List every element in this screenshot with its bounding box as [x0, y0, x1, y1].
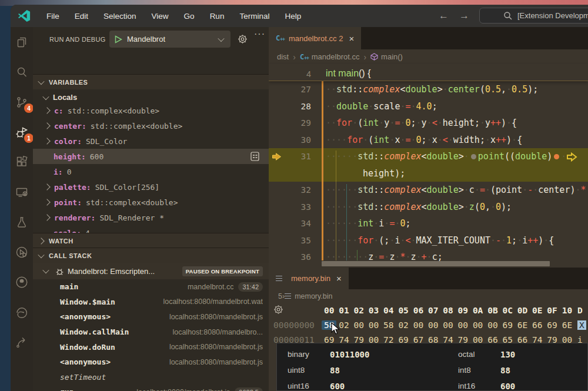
call-stack-section-header[interactable]: CALL STACK — [33, 248, 269, 263]
hex-byte[interactable]: 00 — [352, 320, 366, 330]
hex-byte[interactable]: 69 — [544, 320, 559, 330]
hex-grid[interactable]: 000102030405060708090A0B0C0D0E0F10D00000… — [269, 303, 588, 347]
menu-file[interactable]: File — [39, 9, 67, 23]
menu-view[interactable]: View — [144, 9, 176, 23]
live-share-icon — [15, 245, 29, 259]
debug-gear-icon[interactable] — [238, 34, 248, 44]
breadcrumb-item-main[interactable]: main() — [381, 52, 403, 61]
variable-row-height[interactable]: height:600 — [33, 149, 269, 164]
hex-column-header: 0E — [530, 306, 544, 315]
menu-edit[interactable]: Edit — [67, 9, 96, 23]
stack-frame-row[interactable]: runlocalhost:8080/mandelbrot.js9622:5 — [33, 385, 269, 391]
activity-item-edge[interactable] — [14, 304, 30, 320]
stack-frame-row[interactable]: Window.callMainlocalhost:8080/mandelbro.… — [33, 325, 269, 340]
activity-item-share[interactable] — [14, 334, 30, 350]
activity-item-run-debug[interactable]: 1 — [14, 124, 30, 141]
variable-row-c[interactable]: c:std::complex<double> — [33, 103, 269, 118]
stack-frame-row[interactable]: <anonymous>localhost:8080/mandelbrot.js — [33, 309, 269, 325]
hex-byte[interactable]: 00 — [411, 320, 426, 330]
activity-item-files[interactable] — [14, 34, 30, 51]
menu-terminal[interactable]: Terminal — [232, 9, 277, 23]
variables-section-header[interactable]: VARIABLES — [33, 74, 269, 89]
menu-run[interactable]: Run — [202, 9, 232, 23]
menu-go[interactable]: Go — [176, 9, 202, 23]
breadcrumb-item[interactable]: 5 — [278, 292, 282, 300]
stack-frame-row[interactable]: <anonymous>localhost:8080/mandelbrot.js — [33, 355, 269, 370]
binary-view-icon[interactable] — [250, 152, 259, 163]
decoded-text: X — [577, 320, 586, 330]
start-debug-icon[interactable] — [115, 35, 122, 44]
hex-byte[interactable]: 66 — [530, 320, 544, 330]
hex-byte[interactable]: 00 — [426, 320, 440, 330]
code-token: double — [405, 84, 437, 95]
variable-row-scale[interactable]: scale:4 — [33, 225, 269, 233]
breadcrumb-item[interactable]: memory.bin — [295, 292, 332, 300]
hex-byte[interactable]: 69 — [500, 320, 515, 330]
hex-byte[interactable]: 6E — [515, 320, 530, 330]
hex-byte[interactable]: 00 — [470, 320, 485, 330]
hex-byte[interactable]: 58 — [381, 320, 396, 330]
debug-session-row[interactable]: Mandelbrot: Emscripten... PAUSED ON BREA… — [33, 263, 269, 279]
sticky-scroll-line[interactable]: 4int main() { — [269, 64, 588, 81]
tab-mandelbrot[interactable]: C++ mandelbrot.cc 2 × — [269, 27, 361, 49]
command-center-search[interactable]: [Extension Developme — [479, 8, 588, 24]
hex-header-row: 000102030405060708090A0B0C0D0E0F10D — [269, 303, 588, 318]
variable-row-i[interactable]: i:0 — [33, 164, 269, 179]
breadcrumb-item-dist[interactable]: dist — [277, 52, 289, 61]
code-token: y — [485, 118, 490, 128]
nav-forward-button[interactable]: → — [459, 10, 469, 22]
breakpoint-paused-arrow-icon[interactable] — [272, 152, 282, 161]
code-editor[interactable]: C++ mandelbrot.cc 2 × dist›C++mandelbrot… — [269, 27, 588, 268]
horizontal-scrollbar[interactable] — [322, 261, 550, 266]
inspector-value: 600 — [330, 382, 458, 391]
close-tab-icon[interactable]: × — [336, 273, 342, 283]
variable-row-center[interactable]: center:std::complex<double> — [33, 118, 269, 133]
activity-item-github[interactable] — [14, 274, 30, 290]
views-more-actions-button[interactable]: ··· — [254, 29, 265, 39]
variable-row-renderer[interactable]: renderer:SDL_Renderer * — [33, 210, 269, 225]
hex-byte[interactable]: 00 — [440, 320, 455, 330]
stack-frame-row[interactable]: mainmandelbrot.cc31:42 — [33, 279, 269, 295]
frame-source: localhost:8080/mandelbrot.js — [169, 313, 263, 321]
tab-memory-bin[interactable]: memory.bin × — [269, 268, 349, 289]
variable-row-palette[interactable]: palette:SDL_Color[256] — [33, 179, 269, 195]
hex-byte[interactable]: 00 — [366, 320, 381, 330]
code-token: std — [336, 84, 352, 95]
activity-bar: 41 — [11, 27, 33, 391]
activity-item-source-control[interactable]: 4 — [14, 94, 30, 111]
code-token: < — [405, 235, 410, 246]
launch-config-dropdown[interactable]: Mandelbrot — [109, 31, 230, 48]
hex-byte[interactable]: 00 — [485, 320, 500, 330]
activity-item-remote-explorer[interactable] — [14, 184, 30, 200]
hex-byte[interactable]: 00 — [456, 320, 470, 330]
menu-help[interactable]: Help — [277, 9, 309, 23]
code-token: complex — [363, 84, 400, 95]
activity-item-testing[interactable] — [14, 214, 30, 230]
variable-name: height: — [54, 152, 86, 161]
stack-frame-row[interactable]: setTimeout — [33, 370, 269, 385]
hex-byte[interactable]: 02 — [396, 320, 410, 330]
hex-column-header: 00 — [322, 306, 336, 315]
watch-section-header[interactable]: WATCH — [33, 233, 269, 248]
code-line-30: 30····for·(int·x·=·0;·x·<·width;·x++)·{ — [269, 132, 588, 149]
code-token: ; — [432, 101, 437, 112]
code-token: , — [501, 84, 506, 95]
stack-frame-row[interactable]: Window.$mainlocalhost:8080/mandelbrot.wa… — [33, 295, 269, 310]
variable-row-color[interactable]: color:SDL_Color — [33, 133, 269, 149]
inspector-label: int8 — [458, 366, 500, 375]
activity-item-search[interactable] — [14, 64, 30, 81]
activity-item-live-share[interactable] — [14, 244, 30, 260]
activity-item-extensions[interactable] — [14, 154, 30, 171]
menu-selection[interactable]: Selection — [96, 9, 144, 23]
stack-frame-row[interactable]: Window.doRunlocalhost:8080/mandelbrot.js — [33, 339, 269, 355]
hex-byte[interactable]: 6E — [560, 320, 574, 330]
close-tab-icon[interactable]: × — [349, 34, 354, 44]
nav-back-button[interactable]: ← — [439, 10, 449, 22]
breadcrumb-item-mandelbrotcc[interactable]: mandelbrot.cc — [312, 52, 360, 61]
code-token: 0.5 — [512, 84, 527, 95]
inspector-value: 88 — [330, 366, 458, 375]
code-token: · — [400, 235, 405, 246]
hex-column-header: 0C — [500, 306, 515, 315]
code-token: · — [400, 101, 405, 112]
variable-row-point[interactable]: point:std::complex<double> — [33, 195, 269, 210]
